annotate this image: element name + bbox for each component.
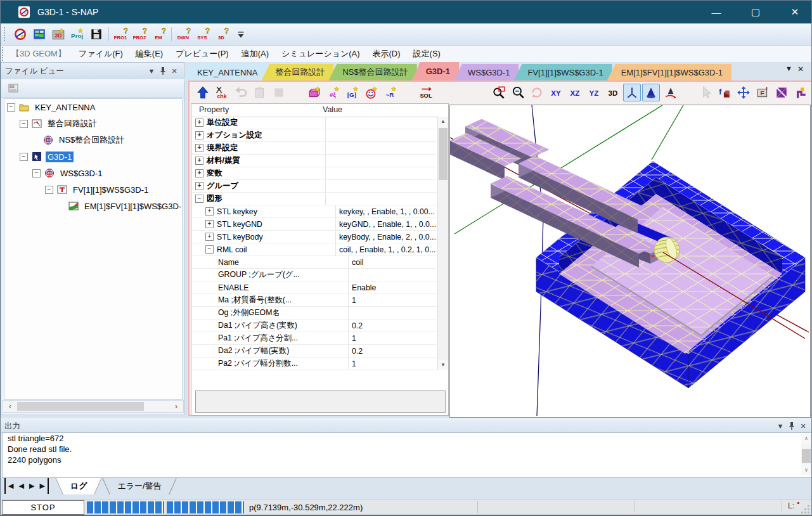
tab-list-dropdown-icon[interactable]: ▼	[785, 65, 792, 74]
property-value[interactable]: 0.2	[349, 345, 437, 357]
tree-item[interactable]: EM[1]$FV[1][1]$WS$G3D-1	[4, 198, 182, 214]
property-row[interactable]: Da1 ;パイプ高さ(実数)0.2	[191, 319, 437, 332]
document-tab[interactable]: 整合回路設計	[261, 64, 333, 81]
stop-button[interactable]: STOP	[2, 500, 84, 515]
log-output[interactable]: stl triangle=672Done read stl file.2240 …	[2, 432, 812, 478]
tree-expander-icon[interactable]: −	[20, 120, 28, 128]
grid-expander-icon[interactable]: +	[205, 207, 214, 216]
property-value[interactable]: keykey, , Enable, 1, , 0.00...	[336, 205, 437, 217]
close-panel-icon[interactable]: ✕	[797, 421, 809, 431]
tree-item[interactable]: −整合回路設計	[4, 115, 182, 132]
sol-button-icon[interactable]: SOL	[417, 84, 435, 101]
grid-expander-icon[interactable]: +	[195, 157, 203, 165]
title-bar[interactable]: G3D-1 - S-NAP — ▢ ✕	[1, 1, 812, 23]
rotate-model-button-icon[interactable]	[661, 84, 679, 101]
tree-item-label[interactable]: EM[1]$FV[1][1]$WS$G3D-1	[82, 201, 183, 212]
document-tab[interactable]: FV[1][1]$WS$G3D-1	[513, 64, 612, 81]
property-row[interactable]: +単位設定	[191, 117, 437, 129]
property-row[interactable]: Pa2 ;パイプ幅分割数...1	[191, 358, 437, 370]
document-tab[interactable]: NS$整合回路設計	[328, 64, 416, 81]
scroll-left-icon[interactable]: ‹	[3, 402, 17, 411]
panel-menu-icon[interactable]: ▼	[146, 66, 157, 76]
property-row[interactable]: GROUP ;グループ(グ...	[191, 269, 437, 281]
sys-button-icon[interactable]: SYS?	[194, 25, 212, 43]
select-cursor-button-icon[interactable]	[697, 84, 714, 101]
tree-item-label[interactable]: 整合回路設計	[46, 117, 99, 130]
property-row[interactable]: +境界設定	[191, 142, 437, 155]
scrollbar-thumb[interactable]	[17, 402, 144, 411]
tree-item[interactable]: NS$整合回路設計	[4, 132, 182, 148]
grid-expander-icon[interactable]: −	[205, 245, 214, 254]
shade-toggle-button-icon[interactable]	[773, 84, 790, 101]
property-value[interactable]: keyGND, , Enable, 1, , 0.0...	[336, 218, 437, 230]
add-variable-button-icon[interactable]: #ξ	[325, 84, 342, 101]
property-row[interactable]: −図形	[191, 193, 437, 205]
tree-expander-icon[interactable]: −	[20, 153, 28, 161]
solid-display-toggle-icon[interactable]	[642, 84, 660, 101]
property-row[interactable]: Namecoil	[191, 256, 437, 269]
stop-edit-button-icon[interactable]	[270, 84, 288, 101]
document-tab[interactable]: KEY_ANTENNA	[183, 64, 266, 81]
menu-item[interactable]: シミュレーション(A)	[275, 46, 366, 62]
property-value[interactable]: keyBody, , Enable, 2, , 0.0...	[336, 231, 437, 243]
property-row[interactable]: −RML coilcoil, , Enable, 1, , 0.2, 1, 0.…	[191, 243, 437, 256]
tree-item-label[interactable]: G3D-1	[46, 152, 74, 162]
resize-grip[interactable]	[802, 506, 809, 513]
check-button-icon[interactable]: chk	[213, 84, 231, 101]
property-row[interactable]: +STL keyGNDkeyGND, , Enable, 1, , 0.0...	[191, 218, 437, 231]
menu-item[interactable]: 設定(S)	[407, 46, 447, 62]
pan-button-icon[interactable]	[735, 84, 752, 101]
property-value[interactable]: coil	[349, 256, 437, 268]
panel-menu-icon[interactable]: ▼	[775, 421, 786, 431]
menu-item[interactable]: 編集(E)	[129, 46, 169, 62]
viewport-3d[interactable]	[449, 105, 811, 418]
property-row[interactable]: +グループ	[191, 180, 437, 193]
toolbar-overflow-button-icon[interactable]	[232, 25, 250, 43]
scrollbar-thumb[interactable]	[802, 449, 811, 463]
view-xz-button-icon[interactable]: XZ	[566, 84, 584, 101]
measure-button-icon[interactable]	[792, 84, 809, 101]
zoom-out-button-icon[interactable]	[509, 84, 527, 101]
toolbar-grip[interactable]	[4, 27, 8, 41]
scroll-down-icon[interactable]: ∨	[801, 465, 811, 475]
first-tab-icon[interactable]: ◀	[4, 478, 16, 494]
tree-view-mode-button[interactable]	[4, 79, 22, 97]
pin-icon[interactable]	[157, 66, 169, 76]
scroll-up-icon[interactable]: ∧	[801, 434, 811, 444]
property-row[interactable]: +STL keykeykeykey, , Enable, 1, , 0.00..…	[191, 205, 437, 218]
grid-expander-icon[interactable]: +	[195, 119, 203, 127]
menu-item[interactable]: ファイル(F)	[72, 46, 129, 62]
tree-expander-icon[interactable]: −	[32, 169, 41, 177]
maximize-button[interactable]: ▢	[741, 1, 770, 23]
mesh-function-button-icon[interactable]: f	[716, 84, 733, 101]
file-view-header[interactable]: ファイル ビュー ▼ ✕	[1, 63, 184, 79]
property-value[interactable]	[349, 307, 437, 319]
add-port-button-icon[interactable]	[363, 84, 380, 101]
close-button[interactable]: ✕	[780, 1, 809, 23]
tree-item[interactable]: −FV[1][1]$WS$G3D-1	[4, 181, 182, 198]
property-value[interactable]	[326, 129, 437, 141]
schematic-editor-icon-icon[interactable]	[30, 25, 48, 43]
3d-editor-icon-icon[interactable]: 3D	[49, 25, 67, 43]
grid-expander-icon[interactable]: +	[195, 169, 203, 177]
log-scrollbar[interactable]: ∧ ∨	[801, 434, 811, 475]
3d-run-button-icon[interactable]: 3D?	[213, 25, 231, 43]
property-value[interactable]	[349, 269, 437, 281]
property-value[interactable]	[326, 193, 437, 205]
menu-item[interactable]: プレビュー(P)	[169, 46, 235, 62]
property-value[interactable]	[326, 155, 437, 167]
property-row[interactable]: +材料/媒質	[191, 155, 437, 167]
property-value[interactable]	[326, 180, 437, 192]
property-row[interactable]: Da2 ;パイプ幅(実数)0.2	[191, 345, 437, 358]
save-icon-icon[interactable]	[87, 25, 105, 43]
property-row[interactable]: ENABLEEnable	[191, 281, 437, 294]
tree-expander-icon[interactable]: −	[45, 186, 53, 194]
property-value[interactable]: 0.2	[349, 319, 437, 332]
prev-tab-icon[interactable]: ◀	[16, 478, 26, 494]
document-tab[interactable]: WS$G3D-1	[454, 64, 519, 81]
last-tab-icon[interactable]: ▶	[37, 478, 48, 494]
property-value[interactable]: 1	[349, 294, 437, 306]
add-group-button-icon[interactable]: [G]	[344, 84, 361, 101]
tree-item-label[interactable]: NS$整合回路設計	[57, 134, 126, 146]
pro1-button-icon[interactable]: PRO1?	[112, 25, 130, 43]
